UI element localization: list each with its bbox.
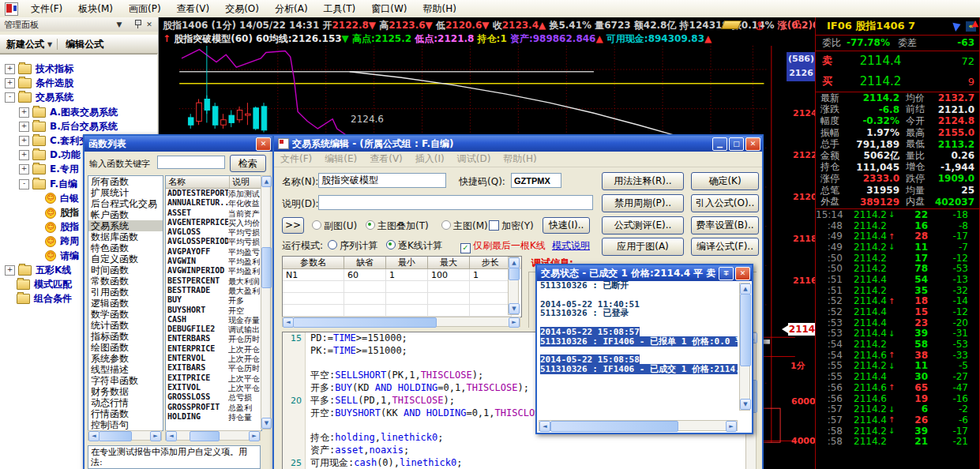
function-table-header[interactable]: 名称 说明 — [166, 176, 261, 189]
function-row[interactable]: EXITPRICE上次平仓 — [166, 373, 261, 383]
menu-item[interactable]: 工具(T) — [316, 1, 364, 17]
category-item[interactable]: 动态行情 — [88, 397, 163, 408]
editor-menu-item[interactable]: 编辑(E) — [318, 151, 363, 167]
ask-row[interactable]: 卖 2114.4 72 — [816, 51, 979, 71]
category-item[interactable]: 统计函数 — [88, 320, 163, 331]
param-cell[interactable] — [344, 293, 386, 305]
tree-item-A.图表交易系统[interactable]: +A.图表交易系统 — [19, 106, 118, 119]
param-cell[interactable] — [344, 305, 386, 317]
menu-item[interactable]: 分析(A) — [267, 1, 316, 17]
tree-item-B.后台交易系统[interactable]: +B.后台交易系统 — [19, 120, 118, 133]
function-row[interactable]: ASSET当前资产 — [166, 208, 261, 218]
category-item[interactable]: 数学函数 — [88, 309, 163, 320]
function-row[interactable]: BUYSHORT开空 — [166, 306, 261, 315]
function-table[interactable]: 名称 说明 ADDTESTREPORT添加测试ANNUALRETUR...年化收… — [165, 175, 262, 431]
encrypt-checkbox[interactable]: 加密(Y) — [489, 219, 534, 233]
new-formula-button[interactable]: 新建公式 — [0, 36, 51, 53]
param-cell[interactable] — [470, 293, 512, 305]
tree-toggle-icon[interactable]: + — [19, 164, 29, 174]
param-hscrollbar[interactable]: ◄ ► — [282, 317, 520, 327]
tree-item-条件选股[interactable]: +条件选股 — [5, 77, 73, 90]
tree-toggle-icon[interactable]: + — [5, 78, 15, 88]
close-icon[interactable]: ✕ — [735, 267, 750, 280]
tree-item-组合条件[interactable]: 组合条件 — [5, 292, 72, 306]
category-item[interactable]: 帐户函数 — [88, 209, 163, 220]
param-cell[interactable] — [470, 281, 512, 293]
function-row[interactable]: ANNUALRETUR...年化收益 — [166, 198, 261, 208]
param-cell[interactable] — [428, 305, 470, 317]
category-item[interactable]: 扩展统计 — [88, 187, 163, 198]
param-cell[interactable] — [470, 305, 512, 317]
import-formula-button[interactable]: 引入公式(O).. — [691, 194, 759, 212]
menu-item[interactable]: 交易(O) — [217, 1, 267, 17]
function-row[interactable]: AVGWINPERIOD平均盈利 — [166, 266, 261, 276]
menu-item[interactable]: 窗口(W) — [363, 1, 415, 17]
function-row[interactable]: AVGLOSSPERIOD平均亏损 — [166, 237, 261, 246]
param-cell[interactable] — [283, 293, 344, 305]
trade-status-log[interactable]: 511310326 : 已断开2014-05-22 11:40:51511310… — [537, 281, 738, 417]
menu-item[interactable]: 画面(P) — [121, 1, 169, 17]
period-label[interactable]: 1分 — [790, 360, 805, 372]
function-row[interactable]: BESTTRADE最大盈利 — [166, 286, 261, 295]
editor-titlebar[interactable]: 交易系统编辑 - (所属公式组 : F.自编) ▁ □ ✕ — [274, 136, 762, 152]
edit-formula-button[interactable]: 编辑公式 — [59, 36, 110, 53]
quick-button[interactable]: 快速(I).. — [543, 217, 590, 234]
quote-header[interactable]: IF06 股指1406 7 « — [816, 17, 979, 36]
category-item[interactable]: 指标函数 — [88, 331, 163, 342]
trade-status-titlebar[interactable]: 交易状态 - 已成交 1 价格:2114.4 平 卖 ∓ ✕ — [537, 265, 752, 281]
radio-subchart[interactable]: 副图(U) — [312, 219, 357, 233]
tree-toggle-icon[interactable]: + — [19, 136, 29, 146]
function-row[interactable]: GROSSLOSS总亏损 — [166, 392, 261, 402]
param-cell[interactable]: N1 — [283, 269, 344, 281]
function-category-list[interactable]: 所有函数扩展统计后台程式化交易帐户函数交易系统数据库函数特色函数自定义函数时间函… — [88, 175, 163, 431]
shortcut-input[interactable] — [511, 173, 561, 188]
category-item[interactable]: 自定义函数 — [88, 253, 163, 265]
tree-toggle-icon[interactable]: + — [19, 122, 29, 132]
tick-scroll-up-icon[interactable]: ▲ — [972, 18, 978, 28]
function-row[interactable]: EXITVOL上次平仓 — [166, 383, 261, 392]
tree-item-模式匹配[interactable]: 模式匹配 — [5, 278, 72, 291]
panel-dropdown-icon[interactable]: ▼ — [113, 19, 126, 31]
param-cell[interactable]: 1 — [470, 269, 512, 281]
param-row[interactable]: N16011001 — [283, 269, 521, 281]
param-cell[interactable]: 100 — [428, 269, 470, 281]
category-item[interactable]: 绘图函数 — [88, 342, 163, 353]
param-row[interactable] — [283, 293, 521, 305]
close-icon[interactable]: ✕ — [745, 137, 760, 151]
tree-item-白银[interactable]: ☺白银 — [33, 192, 79, 205]
function-row[interactable]: AVGLOSS平均亏损 — [166, 227, 261, 237]
category-item[interactable]: 系统参数 — [88, 353, 163, 364]
tree-item-请编[interactable]: ☺请编 — [33, 250, 79, 263]
chevron-down-icon[interactable]: ▼ — [47, 41, 52, 48]
function-row[interactable]: AVGPAYOFF平均盈亏 — [166, 247, 261, 257]
search-input[interactable] — [157, 156, 225, 169]
bid-row[interactable]: 买 2114.2 9 — [816, 71, 979, 92]
anchor-icon[interactable] — [754, 21, 765, 32]
parameter-table[interactable]: 参数名缺省最小最大步长N16011001 — [282, 256, 522, 317]
param-row[interactable] — [283, 281, 521, 293]
editor-menu-item[interactable]: 帮助(H) — [497, 151, 543, 167]
radio-mainchart[interactable]: 主图(M) — [441, 219, 488, 233]
compile-button[interactable]: 编译公式(F).. — [691, 238, 759, 256]
tree-item-跨周[interactable]: ☺跨周 — [33, 234, 79, 248]
function-dialog-titlebar[interactable]: 函数列表 ✕ — [84, 136, 272, 152]
radio-sequence[interactable]: 序列计算 — [328, 239, 377, 253]
param-cell[interactable] — [283, 281, 344, 293]
disable-period-button[interactable]: 禁用周期(P).. — [602, 194, 684, 212]
tick-list[interactable]: 15:142114.2↓22-18:482114.216-8:492114.4↑… — [816, 209, 979, 469]
param-cell[interactable] — [386, 305, 428, 317]
function-row[interactable]: ADDTESTREPORT添加测试 — [166, 189, 261, 198]
category-item[interactable]: 常数函数 — [88, 276, 163, 287]
menu-item[interactable]: 文件(F) — [23, 1, 70, 17]
tree-toggle-icon[interactable]: + — [5, 265, 15, 276]
function-hscrollbar[interactable]: ◄ ► — [165, 430, 261, 441]
tree-toggle-icon[interactable]: - — [5, 92, 15, 103]
function-row[interactable]: ENTERPRICE上次开仓 — [166, 344, 261, 354]
category-item[interactable]: 财务数据 — [88, 386, 163, 397]
category-item[interactable]: 线型描述 — [88, 364, 163, 375]
param-vscrollbar[interactable]: ▲ ▼ — [508, 257, 519, 315]
category-item[interactable]: 后台程式化交易 — [88, 198, 163, 209]
status-hscrollbar[interactable]: ◄ ► — [539, 420, 738, 431]
tree-item-D.功能[interactable]: +D.功能 — [19, 148, 81, 162]
tree-item-五彩K线[interactable]: +五彩K线 — [5, 264, 71, 277]
